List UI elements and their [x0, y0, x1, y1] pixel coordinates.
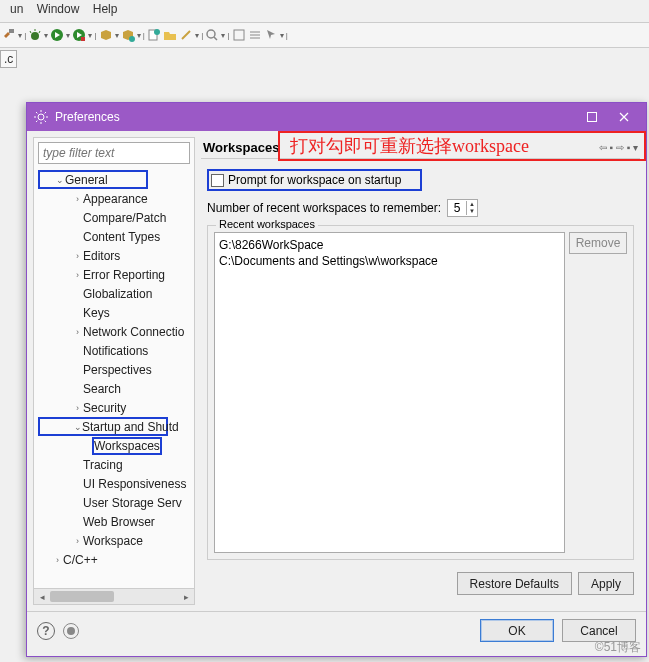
svg-point-5 [129, 36, 135, 42]
spinner-value[interactable]: 5 [448, 200, 466, 216]
tree-globalization[interactable]: Globalization [38, 284, 194, 303]
bg-toolbar: ▾ | ▾ ▾ ▾ | ▾ ▾ | ▾ | ▾ | ▾ | [0, 22, 649, 48]
new-c-icon[interactable] [147, 28, 161, 42]
history-nav[interactable]: ⇦ ▪ ⇨ ▪ ▾ [599, 142, 638, 153]
tree-security[interactable]: ›Security [38, 398, 194, 417]
watermark: ©51博客 [595, 639, 641, 656]
apply-button[interactable]: Apply [578, 572, 634, 595]
spinner-up-icon[interactable]: ▲ [467, 201, 477, 208]
search-icon[interactable] [205, 28, 219, 42]
tree-startup[interactable]: ⌄Startup and Shutd [38, 417, 168, 436]
list-item[interactable]: G:\8266WorkSpace [219, 237, 560, 253]
chevron-down-icon[interactable]: ⌄ [54, 175, 65, 185]
prompt-checkbox-row[interactable]: Prompt for workspace on startup [207, 169, 422, 191]
list-item[interactable]: C:\Documents and Settings\w\workspace [219, 253, 560, 269]
task-icon[interactable] [232, 28, 246, 42]
svg-point-7 [154, 29, 160, 35]
recent-list[interactable]: G:\8266WorkSpace C:\Documents and Settin… [214, 232, 565, 553]
tree-hscrollbar[interactable]: ◂ ▸ [34, 588, 194, 604]
dialog-title: Preferences [55, 110, 576, 124]
wand-icon[interactable] [179, 28, 193, 42]
cursor-icon[interactable] [264, 28, 278, 42]
prompt-checkbox[interactable] [211, 174, 224, 187]
bg-editor-fragment: .c [0, 50, 26, 550]
tree-keys[interactable]: Keys [38, 303, 194, 322]
menu-help[interactable]: Help [93, 2, 118, 16]
preferences-dialog: Preferences ⌄General ›Appearance Compare… [26, 102, 647, 657]
preferences-tree[interactable]: ⌄General ›Appearance Compare/Patch Conte… [34, 168, 194, 604]
tree-error-reporting[interactable]: ›Error Reporting [38, 265, 194, 284]
svg-point-1 [31, 32, 39, 40]
tree-user-storage[interactable]: User Storage Serv [38, 493, 194, 512]
restore-defaults-button[interactable]: Restore Defaults [457, 572, 572, 595]
hammer-icon[interactable] [2, 28, 16, 42]
filter-input[interactable] [38, 142, 190, 164]
tree-network[interactable]: ›Network Connectio [38, 322, 194, 341]
recent-group: Recent workspaces G:\8266WorkSpace C:\Do… [207, 225, 634, 560]
preferences-icon [33, 109, 49, 125]
remove-button: Remove [569, 232, 627, 254]
recent-group-label: Recent workspaces [216, 218, 318, 230]
scroll-left-icon[interactable]: ◂ [34, 589, 50, 604]
record-icon[interactable] [63, 623, 79, 639]
run-ext-icon[interactable] [72, 28, 86, 42]
tree-compare[interactable]: Compare/Patch [38, 208, 194, 227]
tree-web-browser[interactable]: Web Browser [38, 512, 194, 531]
tree-search[interactable]: Search [38, 379, 194, 398]
package-icon[interactable] [99, 28, 113, 42]
tree-tracing[interactable]: Tracing [38, 455, 194, 474]
tree-content-types[interactable]: Content Types [38, 227, 194, 246]
dialog-footer: ? OK Cancel [27, 611, 646, 649]
scroll-right-icon[interactable]: ▸ [178, 589, 194, 604]
help-icon[interactable]: ? [37, 622, 55, 640]
tree-appearance[interactable]: ›Appearance [38, 189, 194, 208]
package-green-icon[interactable] [121, 28, 135, 42]
tree-perspectives[interactable]: Perspectives [38, 360, 194, 379]
svg-point-8 [207, 30, 215, 38]
ok-button[interactable]: OK [480, 619, 554, 642]
tree-panel: ⌄General ›Appearance Compare/Patch Conte… [33, 137, 195, 605]
menu-window[interactable]: Window [37, 2, 80, 16]
folder-icon[interactable] [163, 28, 177, 42]
page-title: Workspaces [203, 140, 279, 155]
svg-rect-4 [81, 37, 85, 41]
tree-editors[interactable]: ›Editors [38, 246, 194, 265]
number-label: Number of recent workspaces to remember: [207, 201, 441, 215]
spinner-down-icon[interactable]: ▼ [467, 208, 477, 215]
titlebar[interactable]: Preferences [27, 103, 646, 131]
tree-workspaces[interactable]: Workspaces [38, 436, 194, 455]
svg-rect-9 [234, 30, 244, 40]
chevron-down-icon[interactable]: ⌄ [74, 422, 82, 432]
maximize-button[interactable] [576, 106, 608, 128]
tree-ui-responsive[interactable]: UI Responsiveness [38, 474, 194, 493]
svg-rect-11 [588, 113, 597, 122]
scroll-thumb[interactable] [50, 591, 114, 602]
tree-notifications[interactable]: Notifications [38, 341, 194, 360]
svg-rect-0 [9, 29, 14, 33]
bug-icon[interactable] [28, 28, 42, 42]
number-spinner[interactable]: 5 ▲▼ [447, 199, 478, 217]
close-button[interactable] [608, 106, 640, 128]
pref-page: Workspaces ⇦ ▪ ⇨ ▪ ▾ Prompt for workspac… [201, 137, 640, 605]
list-icon[interactable] [248, 28, 262, 42]
run-icon[interactable] [50, 28, 64, 42]
prompt-label: Prompt for workspace on startup [228, 173, 401, 187]
menu-run[interactable]: un [10, 2, 23, 16]
tree-general[interactable]: ⌄General [38, 170, 148, 189]
svg-point-10 [38, 114, 44, 120]
tree-workspace[interactable]: ›Workspace [38, 531, 194, 550]
tree-cpp[interactable]: ›C/C++ [38, 550, 194, 569]
